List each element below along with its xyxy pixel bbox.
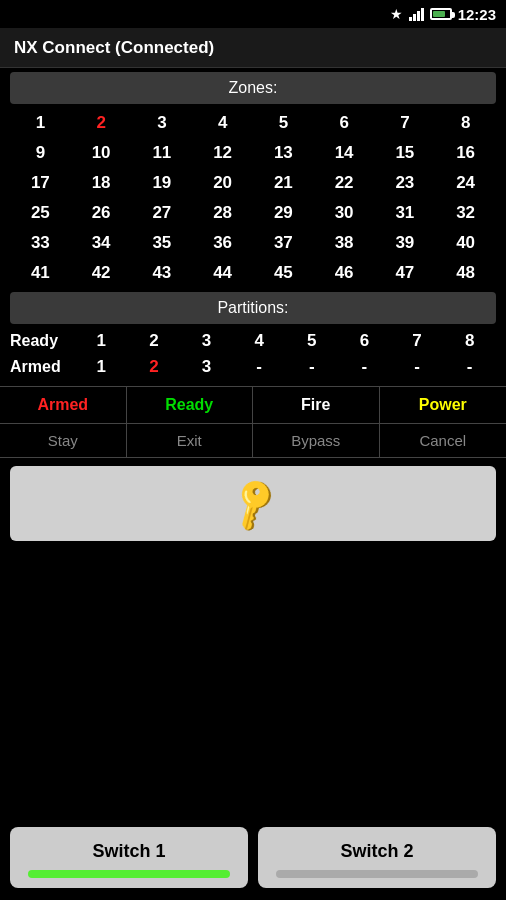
zone-cell-15[interactable]: 15	[375, 138, 436, 168]
switch1-indicator	[28, 870, 230, 878]
cancel-button[interactable]: Cancel	[380, 424, 507, 457]
zone-cell-31[interactable]: 31	[375, 198, 436, 228]
main-content: Zones: 123456789101112131415161718192021…	[0, 72, 506, 541]
zone-cell-22[interactable]: 22	[314, 168, 375, 198]
zone-cell-14[interactable]: 14	[314, 138, 375, 168]
armed-label: Armed	[10, 358, 75, 376]
zone-cell-33[interactable]: 33	[10, 228, 71, 258]
ready-cell-1: 1	[86, 331, 116, 351]
zone-cell-13[interactable]: 13	[253, 138, 314, 168]
zone-cell-42[interactable]: 42	[71, 258, 132, 288]
status-buttons: Armed Ready Fire Power	[0, 386, 506, 423]
ready-status-btn[interactable]: Ready	[127, 387, 254, 423]
zone-cell-5[interactable]: 5	[253, 108, 314, 138]
switch1-label: Switch 1	[10, 841, 248, 862]
zone-cell-1[interactable]: 1	[10, 108, 71, 138]
key-area: 🔑	[10, 466, 496, 541]
armed-cell-7: -	[402, 357, 432, 377]
zone-cell-6[interactable]: 6	[314, 108, 375, 138]
zone-cell-45[interactable]: 45	[253, 258, 314, 288]
zones-grid: 1234567891011121314151617181920212223242…	[10, 108, 496, 288]
zone-cell-8[interactable]: 8	[435, 108, 496, 138]
switch2-label: Switch 2	[258, 841, 496, 862]
zone-cell-43[interactable]: 43	[132, 258, 193, 288]
ready-row: Ready 12345678	[10, 328, 496, 354]
zone-cell-37[interactable]: 37	[253, 228, 314, 258]
power-status-btn[interactable]: Power	[380, 387, 507, 423]
armed-cells: 123-----	[75, 357, 496, 377]
zone-cell-16[interactable]: 16	[435, 138, 496, 168]
zone-cell-3[interactable]: 3	[132, 108, 193, 138]
ready-cell-8: 8	[455, 331, 485, 351]
zone-cell-28[interactable]: 28	[192, 198, 253, 228]
title-bar: NX Connect (Connected)	[0, 28, 506, 68]
zone-cell-24[interactable]: 24	[435, 168, 496, 198]
zone-cell-39[interactable]: 39	[375, 228, 436, 258]
armed-cell-1: 1	[86, 357, 116, 377]
signal-icon	[409, 7, 424, 21]
zone-cell-30[interactable]: 30	[314, 198, 375, 228]
zone-cell-44[interactable]: 44	[192, 258, 253, 288]
zone-cell-19[interactable]: 19	[132, 168, 193, 198]
zone-cell-35[interactable]: 35	[132, 228, 193, 258]
battery-icon	[430, 8, 452, 20]
zone-cell-21[interactable]: 21	[253, 168, 314, 198]
switch1-button[interactable]: Switch 1	[10, 827, 248, 888]
ready-cells: 12345678	[75, 331, 496, 351]
stay-button[interactable]: Stay	[0, 424, 127, 457]
zone-cell-4[interactable]: 4	[192, 108, 253, 138]
zone-cell-18[interactable]: 18	[71, 168, 132, 198]
ready-cell-3: 3	[192, 331, 222, 351]
zone-cell-29[interactable]: 29	[253, 198, 314, 228]
ready-cell-2: 2	[139, 331, 169, 351]
zone-cell-40[interactable]: 40	[435, 228, 496, 258]
bypass-button[interactable]: Bypass	[253, 424, 380, 457]
status-bar: ★ 12:23	[0, 0, 506, 28]
zone-cell-47[interactable]: 47	[375, 258, 436, 288]
zone-cell-25[interactable]: 25	[10, 198, 71, 228]
partitions-grid: Ready 12345678 Armed 123-----	[10, 328, 496, 380]
switch2-indicator	[276, 870, 478, 878]
ready-cell-7: 7	[402, 331, 432, 351]
clock: 12:23	[458, 6, 496, 23]
armed-cell-3: 3	[192, 357, 222, 377]
armed-status-btn[interactable]: Armed	[0, 387, 127, 423]
exit-button[interactable]: Exit	[127, 424, 254, 457]
zone-cell-41[interactable]: 41	[10, 258, 71, 288]
zone-cell-46[interactable]: 46	[314, 258, 375, 288]
armed-row: Armed 123-----	[10, 354, 496, 380]
zone-cell-2[interactable]: 2	[71, 108, 132, 138]
app-title: NX Connect (Connected)	[14, 38, 214, 58]
zone-cell-34[interactable]: 34	[71, 228, 132, 258]
ready-cell-5: 5	[297, 331, 327, 351]
armed-cell-6: -	[349, 357, 379, 377]
zone-cell-9[interactable]: 9	[10, 138, 71, 168]
zone-cell-10[interactable]: 10	[71, 138, 132, 168]
fire-status-btn[interactable]: Fire	[253, 387, 380, 423]
ready-label: Ready	[10, 332, 75, 350]
bluetooth-icon: ★	[390, 6, 403, 22]
zones-header: Zones:	[10, 72, 496, 104]
partitions-header: Partitions:	[10, 292, 496, 324]
switches-container: Switch 1 Switch 2	[0, 817, 506, 900]
zone-cell-17[interactable]: 17	[10, 168, 71, 198]
armed-cell-8: -	[455, 357, 485, 377]
zone-cell-11[interactable]: 11	[132, 138, 193, 168]
zone-cell-32[interactable]: 32	[435, 198, 496, 228]
zone-cell-12[interactable]: 12	[192, 138, 253, 168]
zone-cell-7[interactable]: 7	[375, 108, 436, 138]
zone-cell-48[interactable]: 48	[435, 258, 496, 288]
armed-cell-4: -	[244, 357, 274, 377]
key-icon: 🔑	[222, 473, 285, 535]
switch2-button[interactable]: Switch 2	[258, 827, 496, 888]
zone-cell-27[interactable]: 27	[132, 198, 193, 228]
armed-cell-2: 2	[139, 357, 169, 377]
zone-cell-36[interactable]: 36	[192, 228, 253, 258]
action-buttons: Stay Exit Bypass Cancel	[0, 423, 506, 458]
zone-cell-23[interactable]: 23	[375, 168, 436, 198]
zone-cell-38[interactable]: 38	[314, 228, 375, 258]
ready-cell-6: 6	[349, 331, 379, 351]
zone-cell-26[interactable]: 26	[71, 198, 132, 228]
zone-cell-20[interactable]: 20	[192, 168, 253, 198]
ready-cell-4: 4	[244, 331, 274, 351]
